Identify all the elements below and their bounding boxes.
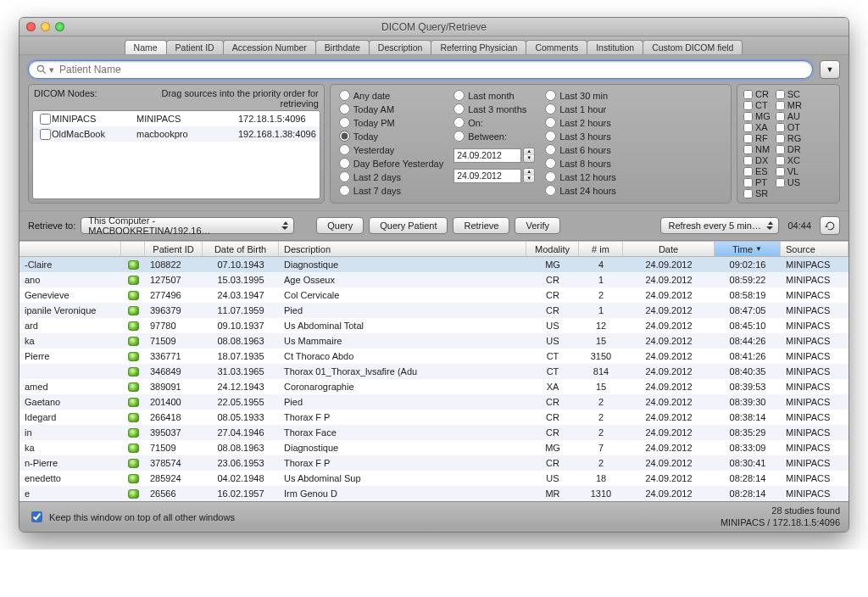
date-filter-option[interactable]: Last 30 min (545, 90, 616, 101)
tab-description[interactable]: Description (369, 40, 432, 54)
node-enable-checkbox[interactable] (40, 114, 51, 125)
column-header[interactable]: Time▼ (715, 242, 781, 256)
search-options-button[interactable]: ▼ (820, 60, 840, 79)
modality-checkbox[interactable] (776, 101, 785, 110)
date-filter-option[interactable]: Last 8 hours (545, 158, 616, 169)
date-filter-radio[interactable] (545, 117, 556, 128)
date-filter-option[interactable]: Today PM (339, 117, 443, 128)
date-from-input[interactable] (453, 148, 521, 163)
modality-option-dr[interactable]: DR (776, 144, 802, 154)
date-filter-option[interactable]: Last 2 hours (545, 117, 616, 128)
date-filter-radio[interactable] (339, 144, 350, 155)
table-row[interactable]: Gaetano20140022.05.1955PiedCR224.09.2012… (19, 394, 849, 410)
date-filter-radio[interactable] (545, 103, 556, 114)
date-filter-option[interactable]: Day Before Yesterday (339, 158, 443, 169)
tab-accession-number[interactable]: Accession Number (223, 40, 316, 54)
modality-checkbox[interactable] (776, 178, 785, 187)
column-header[interactable]: Description (279, 242, 526, 256)
date-filter-radio[interactable] (545, 185, 556, 196)
modality-checkbox[interactable] (743, 101, 753, 110)
modality-checkbox[interactable] (743, 145, 753, 154)
date-filter-radio[interactable] (339, 158, 350, 169)
modality-checkbox[interactable] (776, 112, 785, 121)
table-row[interactable]: e2656616.02.1957Irm Genou DMR131024.09.2… (19, 486, 849, 501)
table-row[interactable]: ka7150908.08.1963DiagnostiqueMG724.09.20… (19, 440, 849, 455)
keep-on-top-input[interactable] (31, 511, 42, 522)
modality-option-xc[interactable]: XC (776, 155, 802, 165)
modality-option-us[interactable]: US (776, 177, 802, 187)
column-header[interactable] (121, 242, 145, 256)
query-patient-button[interactable]: Query Patient (369, 217, 448, 234)
search-dropdown-icon[interactable]: ▾ (47, 64, 56, 75)
table-row[interactable]: Idegard26641808.05.1933Thorax F PCR224.0… (19, 410, 849, 425)
date-filter-option[interactable]: Last 3 months (453, 103, 535, 114)
search-input[interactable] (56, 63, 805, 76)
modality-option-mg[interactable]: MG (743, 111, 771, 121)
date-filter-option[interactable]: Any date (339, 90, 443, 101)
modality-option-es[interactable]: ES (743, 166, 771, 176)
column-header[interactable] (19, 242, 121, 256)
search-input-wrapper[interactable]: ▾ (28, 60, 813, 79)
modality-checkbox[interactable] (743, 112, 753, 121)
date-filter-option[interactable]: Last 24 hours (545, 185, 616, 196)
table-row[interactable]: in39503727.04.1946Thorax FaceCR224.09.20… (19, 425, 849, 440)
modality-option-ot[interactable]: OT (776, 122, 802, 132)
modality-checkbox[interactable] (743, 123, 753, 132)
date-filter-option[interactable]: Last 3 hours (545, 131, 616, 142)
modality-option-rg[interactable]: RG (776, 133, 802, 143)
date-filter-radio[interactable] (545, 90, 556, 101)
date-filter-option[interactable]: Last 1 hour (545, 103, 616, 114)
modality-option-xa[interactable]: XA (743, 122, 771, 132)
modality-checkbox[interactable] (743, 156, 753, 165)
date-filter-radio[interactable] (339, 90, 350, 101)
keep-on-top-checkbox[interactable]: Keep this window on top of all other win… (28, 509, 235, 525)
column-header[interactable]: Date (623, 242, 715, 256)
modality-checkbox[interactable] (743, 178, 753, 187)
modality-checkbox[interactable] (743, 90, 753, 99)
date-to-input[interactable] (453, 169, 521, 183)
date-filter-radio[interactable] (545, 171, 556, 182)
column-header[interactable]: Patient ID (145, 242, 203, 256)
table-row[interactable]: amed38909124.12.1943CoronarographieXA152… (19, 379, 849, 394)
refresh-now-button[interactable] (820, 216, 840, 235)
date-filter-radio[interactable] (453, 103, 465, 114)
modality-checkbox[interactable] (776, 167, 785, 176)
table-row[interactable]: 34684931.03.1965Thorax 01_Thorax_lvsafir… (19, 364, 849, 379)
modality-option-au[interactable]: AU (776, 111, 802, 121)
tab-name[interactable]: Name (125, 40, 167, 54)
column-header[interactable]: # im (579, 242, 623, 256)
date-filter-radio[interactable] (545, 158, 556, 169)
modality-option-cr[interactable]: CR (743, 89, 771, 99)
tab-patient-id[interactable]: Patient ID (166, 40, 224, 54)
modality-option-pt[interactable]: PT (743, 177, 771, 187)
date-filter-radio[interactable] (339, 185, 350, 196)
date-filter-radio[interactable] (339, 171, 350, 182)
modality-option-nm[interactable]: NM (743, 144, 771, 154)
date-filter-option[interactable]: Yesterday (339, 144, 443, 155)
date-filter-radio[interactable] (339, 103, 350, 114)
table-row[interactable]: ard9778009.10.1937Us Abdominal TotalUS12… (19, 318, 849, 333)
date-filter-radio[interactable] (545, 131, 556, 142)
date-filter-radio[interactable] (339, 117, 350, 128)
modality-checkbox[interactable] (743, 134, 753, 143)
date-filter-option[interactable]: Today (339, 131, 443, 142)
modality-checkbox[interactable] (776, 134, 785, 143)
table-row[interactable]: Genevieve27749624.03.1947Col CervicaleCR… (19, 287, 849, 303)
dicom-nodes-list[interactable]: MINIPACSMINIPACS172.18.1.5:4096OldMacBoo… (32, 110, 320, 199)
date-stepper[interactable]: ▲▼ (523, 148, 535, 163)
modality-checkbox[interactable] (776, 145, 785, 154)
date-filter-option[interactable]: Last 7 days (339, 185, 443, 196)
modality-checkbox[interactable] (743, 167, 753, 176)
tab-referring-physician[interactable]: Referring Physician (431, 40, 526, 54)
refresh-interval-combo[interactable]: Refresh every 5 min… (660, 217, 779, 234)
dicom-node-row[interactable]: MINIPACSMINIPACS172.18.1.5:4096 (33, 111, 320, 126)
date-filter-radio[interactable] (545, 144, 556, 155)
table-row[interactable]: ka7150908.08.1963Us MammaireUS1524.09.20… (19, 333, 849, 349)
modality-option-rf[interactable]: RF (743, 133, 771, 143)
date-filter-radio[interactable] (453, 90, 465, 101)
table-row[interactable]: Pierre33677118.07.1935Ct Thoraco AbdoCT3… (19, 349, 849, 364)
date-filter-option[interactable]: On: (453, 117, 535, 128)
date-filter-option[interactable]: Last 12 hours (545, 171, 616, 182)
date-filter-option[interactable]: Between: (453, 131, 535, 142)
column-header[interactable]: Modality (526, 242, 579, 256)
